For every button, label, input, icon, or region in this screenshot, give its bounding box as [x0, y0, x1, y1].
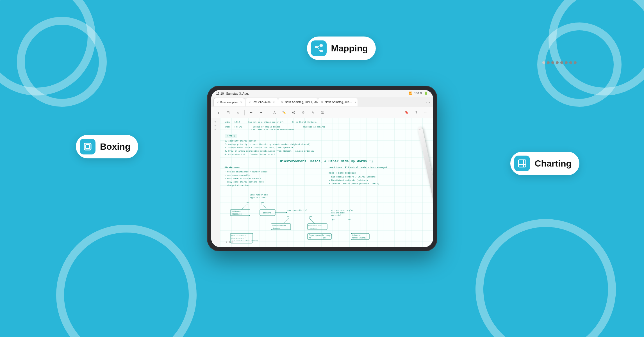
- tab-label: Business plan: [220, 101, 238, 104]
- diastereomer-content: • not an enantiomer / mirror image • not…: [225, 170, 324, 187]
- bg-decoration-2: [17, 17, 107, 107]
- diastereomer-header: diastereomer: [225, 166, 324, 169]
- date-display: Samstag 3. Aug.: [226, 92, 249, 95]
- svg-line-44: [317, 47, 320, 51]
- svg-text:yes: yes: [309, 216, 312, 218]
- boxing-label: Boxing: [100, 142, 130, 152]
- meso-header: meso : same molecule: [329, 171, 429, 175]
- battery-display: 100 %: [414, 92, 422, 95]
- page-dot-2: [547, 61, 550, 64]
- svg-text:molecules: molecules: [232, 213, 242, 215]
- tab-close-icon-4[interactable]: ✕: [321, 101, 323, 104]
- ipad-screen: 13:19 Samstag 3. Aug. 📶 100 % 🔋 ✕ Busine…: [211, 90, 433, 247]
- amide-text: amide H–N–C=O: [225, 126, 242, 131]
- bg-decoration-1: [0, 0, 95, 95]
- svg-text:different: different: [232, 211, 242, 213]
- svg-text:Superimposable image?: Superimposable image?: [309, 234, 332, 236]
- page-dot-1: [542, 61, 545, 64]
- more-button[interactable]: ···: [422, 109, 430, 117]
- wifi-icon: 📶: [409, 92, 413, 95]
- export-button[interactable]: ⬆: [412, 109, 420, 117]
- svg-line-5: [261, 204, 268, 210]
- chemistry-note: Can not be a chiral center if:: [248, 121, 284, 124]
- sidebar-dot-3: [215, 129, 216, 130]
- back-button[interactable]: ‹: [215, 109, 222, 117]
- amine-text: amine H–N–R: [225, 121, 240, 124]
- svg-line-15: [284, 218, 289, 224]
- svg-text:mirror plane?: mirror plane?: [352, 237, 366, 239]
- svg-text:molecule?: molecule?: [331, 215, 341, 217]
- svg-rect-39: [86, 145, 90, 149]
- svg-text:Same number and: Same number and: [250, 194, 268, 196]
- pen-button[interactable]: ✏️: [280, 109, 288, 117]
- svg-text:isomers: isomers: [263, 212, 271, 214]
- bg-decoration-5: [537, 22, 622, 107]
- eraser-button[interactable]: ⟨/⟩: [290, 109, 298, 117]
- svg-rect-38: [84, 143, 91, 150]
- svg-text:are you sure they're: are you sure they're: [331, 210, 353, 211]
- svg-text:yes: yes: [332, 218, 335, 220]
- bookmark-button[interactable]: 🔖: [403, 109, 411, 117]
- svg-line-43: [317, 45, 320, 47]
- share-button[interactable]: ↑: [393, 109, 401, 117]
- undo-button[interactable]: ↩: [247, 109, 255, 117]
- page-number: 9 of 17: [226, 241, 234, 244]
- tab-label-2: Test 21224234: [252, 101, 271, 104]
- boxing-icon-container: [80, 139, 95, 154]
- grid-button[interactable]: ⊞: [224, 109, 232, 117]
- note-content: amine H–N–R Can not be a chiral center i…: [220, 118, 433, 247]
- boxing-icon: [83, 142, 92, 151]
- redo-button[interactable]: ↪: [257, 109, 265, 117]
- text-button[interactable]: A: [271, 109, 279, 117]
- svg-text:isomers: isomers: [310, 227, 318, 229]
- rvs-steps: 1. Identify chiral center 2. Assign prio…: [225, 139, 429, 156]
- svg-text:no: no: [348, 218, 351, 220]
- mapping-icon-container: [311, 40, 326, 56]
- rvs-label: R vs S: [225, 134, 237, 138]
- page-dot-6: [565, 61, 568, 64]
- sidebar-dot-1: [215, 121, 216, 122]
- conditions: • Double or Triple bonded• At least 2 of…: [251, 126, 294, 131]
- svg-text:no: no: [287, 216, 289, 218]
- more-tabs-icon[interactable]: ···: [426, 100, 431, 104]
- link-button[interactable]: ⛓: [318, 109, 326, 117]
- tab-chevron: ∨: [240, 101, 242, 104]
- tab-close-icon-2[interactable]: ✕: [249, 101, 251, 104]
- toolbar-right: ↑ 🔖 ⬆ ···: [393, 109, 430, 117]
- mapping-label: Mapping: [331, 43, 368, 54]
- tab-test[interactable]: ✕ Test 21224234 ∨: [246, 98, 278, 106]
- svg-text:not the same: not the same: [331, 212, 345, 214]
- svg-rect-41: [320, 44, 322, 47]
- status-right: 📶 100 % 🔋: [409, 92, 428, 95]
- svg-line-16: [309, 218, 315, 224]
- tab-notiz1[interactable]: ✕ Notiz Samstag, Juni 1, 202… ∨: [278, 98, 318, 106]
- boxing-feature-pill: Boxing: [76, 135, 138, 158]
- charting-icon: [518, 159, 527, 168]
- tab-chevron-2: ∨: [273, 101, 275, 104]
- tab-business-plan[interactable]: ✕ Business plan ∨: [213, 98, 245, 106]
- svg-text:yes: yes: [261, 202, 264, 204]
- flowchart: Same number and type of atoms? no yes di…: [225, 190, 429, 247]
- mapping-feature-pill: Mapping: [307, 37, 376, 60]
- tab-close-icon[interactable]: ✕: [217, 101, 219, 104]
- svg-text:internal: internal: [352, 234, 361, 236]
- copy-button[interactable]: ⎘: [309, 109, 317, 117]
- content-sidebar: [211, 118, 220, 247]
- charting-feature-pill: Charting: [510, 152, 579, 175]
- svg-text:conformational: conformational: [308, 225, 323, 227]
- tab-chevron-4: ∨: [354, 101, 356, 104]
- note-area: amine H–N–R Can not be a chiral center i…: [220, 118, 433, 247]
- svg-text:type of atoms?: type of atoms?: [250, 197, 267, 199]
- svg-rect-40: [315, 46, 317, 48]
- tab-notiz2[interactable]: ✕ Notiz Samstag, Jun… ∨: [318, 98, 358, 106]
- ipad-frame: 13:19 Samstag 3. Aug. 📶 100 % 🔋 ✕ Busine…: [207, 86, 437, 251]
- svg-text:chiral center?: chiral center?: [231, 237, 246, 239]
- search-button[interactable]: ⌕: [234, 109, 242, 117]
- page-dot-5: [560, 61, 563, 64]
- lasso-button[interactable]: ⊙: [299, 109, 307, 117]
- svg-text:no           yes: no yes: [309, 237, 327, 239]
- svg-text:isomers: isomers: [273, 227, 280, 229]
- tab-close-icon-3[interactable]: ✕: [281, 101, 283, 104]
- page-indicator: [542, 61, 577, 64]
- note-main-title: Diastereomers, Mesos, & Other Made Up Wo…: [225, 159, 429, 164]
